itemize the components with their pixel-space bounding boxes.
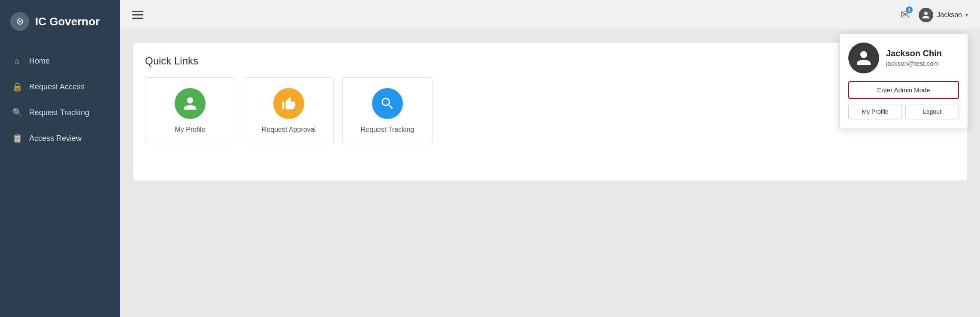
user-avatar-small (919, 8, 933, 22)
chevron-down-icon: ▾ (965, 12, 968, 18)
request-tracking-label: Request Tracking (361, 126, 414, 134)
header: ✉ 1 Jackson ▾ Jackson Chin jacks (120, 0, 980, 30)
enter-admin-mode-button[interactable]: Enter Admin Mode (848, 81, 959, 99)
request-approval-label: Request Approval (262, 126, 316, 134)
dropdown-full-name: Jackson Chin (886, 49, 942, 58)
request-tracking-icon (372, 88, 403, 119)
sidebar-item-label-access-review: Access Review (29, 134, 82, 143)
sidebar-logo[interactable]: ⊛ IC Governor (0, 0, 120, 43)
sidebar-item-label-request-tracking: Request Tracking (29, 108, 89, 117)
my-profile-icon (175, 88, 206, 119)
header-right: ✉ 1 Jackson ▾ Jackson Chin jacks (901, 8, 968, 22)
quick-links-grid: My Profile Request Approval Request Trac… (145, 77, 955, 144)
quick-link-request-tracking[interactable]: Request Tracking (342, 77, 433, 144)
clipboard-icon: 📋 (12, 133, 22, 143)
sidebar-item-request-access[interactable]: 🔒 Request Access (0, 74, 120, 100)
search-icon-nav: 🔍 (12, 107, 22, 118)
logo-icon: ⊛ (10, 12, 29, 31)
user-menu-button[interactable]: Jackson ▾ (919, 8, 968, 22)
app-title: IC Governor (35, 15, 100, 28)
sidebar: ⊛ IC Governor ⌂ Home 🔒 Request Access 🔍 … (0, 0, 120, 317)
main-area: ✉ 1 Jackson ▾ Jackson Chin jacks (120, 0, 980, 317)
sidebar-item-label-home: Home (29, 57, 50, 66)
sidebar-item-request-tracking[interactable]: 🔍 Request Tracking (0, 100, 120, 125)
quick-link-my-profile[interactable]: My Profile (145, 77, 235, 144)
user-dropdown: Jackson Chin jackson@test.com Enter Admi… (839, 34, 968, 128)
dropdown-user-info: Jackson Chin jackson@test.com (886, 49, 942, 67)
quick-links-title: Quick Links (145, 55, 955, 67)
header-left (132, 11, 143, 19)
lock-icon: 🔒 (12, 82, 22, 92)
quick-link-request-approval[interactable]: Request Approval (244, 77, 334, 144)
my-profile-label: My Profile (175, 126, 205, 134)
sidebar-item-access-review[interactable]: 📋 Access Review (0, 125, 120, 151)
request-approval-icon (273, 88, 304, 119)
sidebar-nav: ⌂ Home 🔒 Request Access 🔍 Request Tracki… (0, 43, 120, 156)
dropdown-profile-section: Jackson Chin jackson@test.com (848, 43, 959, 73)
hamburger-button[interactable] (132, 11, 143, 19)
dropdown-avatar (848, 43, 879, 73)
dropdown-actions: My Profile Logout (848, 104, 959, 119)
home-icon: ⌂ (12, 56, 22, 66)
sidebar-item-label-request-access: Request Access (29, 82, 85, 91)
dropdown-email: jackson@test.com (886, 60, 942, 67)
logout-button[interactable]: Logout (905, 104, 959, 119)
my-profile-button[interactable]: My Profile (848, 104, 902, 119)
sidebar-item-home[interactable]: ⌂ Home (0, 49, 120, 74)
mail-badge: 1 (906, 6, 913, 13)
mail-button[interactable]: ✉ 1 (901, 8, 910, 21)
user-name-label: Jackson (937, 11, 962, 19)
